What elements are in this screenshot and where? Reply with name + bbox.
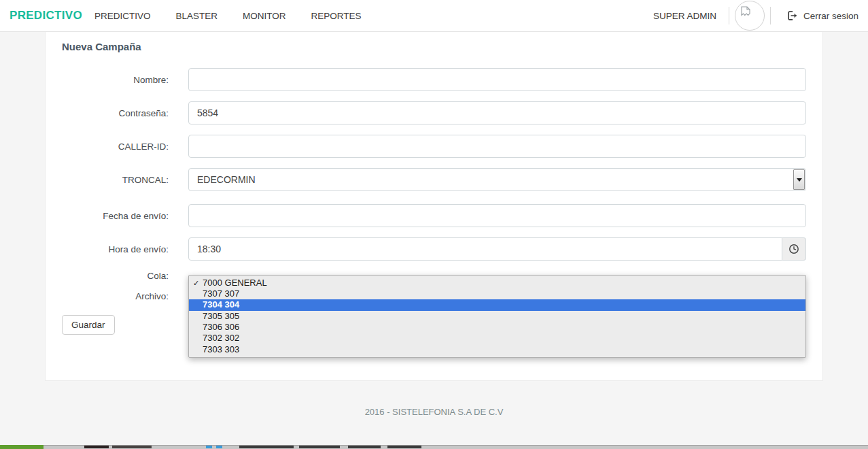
form-row-hora: Hora de envío: [62, 237, 806, 261]
hora-label: Hora de envío: [62, 244, 169, 254]
archivo-label: Archivo: [62, 291, 169, 301]
cola-label: Cola: [62, 271, 169, 281]
fecha-input[interactable] [188, 204, 806, 227]
cola-option-7303[interactable]: 7303 303 [189, 344, 805, 355]
page-footer: 2016 - SISTELEFONIA S.A DE C.V [0, 381, 868, 418]
timepicker-addon[interactable] [782, 237, 806, 261]
broken-image-icon [738, 4, 753, 19]
page-title: Nueva Campaña [62, 41, 806, 52]
nav-item-reportes[interactable]: REPORTES [311, 11, 361, 21]
form-row-caller-id: CALLER-ID: [62, 135, 806, 158]
background-window-sliver [0, 444, 868, 449]
clock-icon [788, 244, 799, 254]
cola-option-7307[interactable]: 7307 307 [189, 288, 805, 299]
top-navbar: PREDICTIVO PREDICTIVO BLASTER MONITOR RE… [0, 0, 868, 32]
cola-option-7000-general[interactable]: ✓ 7000 GENERAL [189, 278, 805, 288]
form-row-troncal: TRONCAL: EDECORMIN [62, 168, 806, 191]
divider [729, 7, 729, 24]
avatar [735, 1, 765, 31]
form-row-cola: Cola: ✓ 7000 GENERAL 7307 307 7304 304 7… [62, 271, 806, 281]
cola-option-7306[interactable]: 7306 306 [189, 322, 805, 333]
fecha-label: Fecha de envío: [62, 211, 169, 221]
hora-input[interactable] [188, 237, 782, 261]
cola-open-dropdown: ✓ 7000 GENERAL 7307 307 7304 304 7305 30… [188, 275, 806, 359]
chevron-down-icon [797, 178, 802, 182]
cola-option-7304-highlighted[interactable]: 7304 304 [189, 299, 805, 310]
cola-option-7302[interactable]: 7302 302 [189, 333, 805, 344]
check-icon: ✓ [193, 278, 199, 288]
logout-link[interactable]: Cerrar sesion [787, 10, 858, 21]
select-dropdown-button[interactable] [793, 169, 805, 190]
nombre-input[interactable] [188, 68, 806, 91]
nav-item-blaster[interactable]: BLASTER [175, 11, 218, 21]
form-row-fecha: Fecha de envío: [62, 204, 806, 227]
nav-item-monitor[interactable]: MONITOR [243, 11, 286, 21]
form-row-nombre: Nombre: [62, 68, 806, 91]
caller-id-label: CALLER-ID: [62, 142, 169, 152]
logout-label: Cerrar sesion [803, 11, 858, 21]
form-row-contrasena: Contraseña: [62, 101, 806, 124]
new-campaign-panel: Nueva Campaña Nombre: Contraseña: CALLER… [45, 32, 823, 381]
nombre-label: Nombre: [62, 75, 169, 85]
troncal-label: TRONCAL: [62, 175, 169, 185]
contrasena-input[interactable] [188, 101, 806, 124]
brand-logo[interactable]: PREDICTIVO [10, 9, 82, 22]
save-button[interactable]: Guardar [62, 315, 115, 335]
divider [770, 7, 771, 24]
cola-option-7305[interactable]: 7305 305 [189, 311, 805, 322]
navbar-right: SUPER ADMIN Cerrar sesion [653, 1, 858, 31]
contrasena-label: Contraseña: [62, 108, 169, 118]
footer-text: 2016 - SISTELEFONIA S.A DE C.V [365, 407, 504, 417]
caller-id-input[interactable] [188, 135, 806, 158]
nav-item-predictivo[interactable]: PREDICTIVO [94, 11, 151, 21]
user-name: SUPER ADMIN [653, 11, 716, 21]
troncal-selected-value: EDECORMIN [197, 174, 256, 185]
troncal-select[interactable]: EDECORMIN [188, 168, 806, 191]
logout-icon [787, 10, 798, 21]
